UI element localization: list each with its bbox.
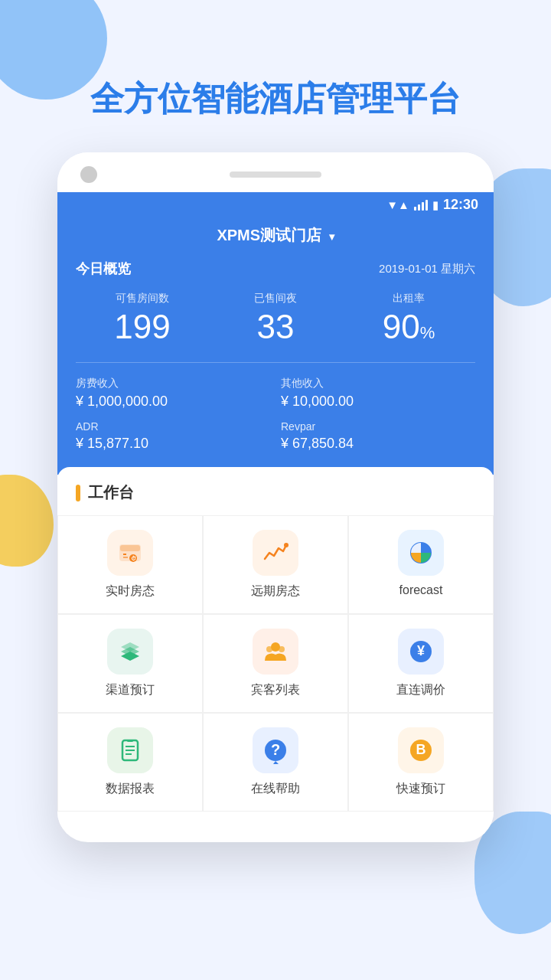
menu-item-channel[interactable]: 渠道预订 xyxy=(57,614,203,713)
report-label: 数据报表 xyxy=(106,781,155,797)
workbench-section: 工作台 ⏱ 实时房态 xyxy=(57,467,494,827)
status-time: 12:30 xyxy=(443,197,478,213)
financial-other-revenue: 其他收入 ¥ 10,000.00 xyxy=(281,377,475,410)
stats-divider xyxy=(76,362,475,363)
channel-icon xyxy=(116,638,144,665)
menu-item-longterm[interactable]: 远期房态 xyxy=(203,515,348,614)
forecast-icon xyxy=(407,539,435,567)
forecast-label: forecast xyxy=(399,583,443,597)
room-revenue-label: 房费收入 xyxy=(76,377,270,390)
longterm-label: 远期房态 xyxy=(251,583,300,599)
guest-icon xyxy=(262,638,289,665)
stat-sold-rooms-label: 已售间夜 xyxy=(209,292,342,305)
booking-label: 快速预订 xyxy=(396,781,445,797)
signal-icon xyxy=(414,200,428,211)
status-icons: ▼▲ ▮ 12:30 xyxy=(386,197,478,213)
price-icon-bg: ¥ xyxy=(398,629,444,675)
overview-title: 今日概览 xyxy=(76,260,131,278)
menu-item-forecast[interactable]: forecast xyxy=(348,515,494,614)
booking-icon: B xyxy=(407,737,435,764)
workbench-title: 工作台 xyxy=(88,482,134,503)
menu-item-booking[interactable]: B 快速预订 xyxy=(348,713,494,812)
other-revenue-label: 其他收入 xyxy=(281,377,475,390)
longterm-icon-bg xyxy=(253,530,298,576)
status-bar: ▼▲ ▮ 12:30 xyxy=(57,192,494,217)
svg-text:⏱: ⏱ xyxy=(131,555,136,561)
other-revenue-value: ¥ 10,000.00 xyxy=(281,394,475,410)
stat-occupancy: 出租率 90% xyxy=(342,292,475,344)
realtime-icon-bg: ⏱ xyxy=(107,530,153,576)
report-icon-bg xyxy=(107,727,153,773)
help-icon: ? xyxy=(262,737,289,764)
help-label: 在线帮助 xyxy=(251,781,300,797)
menu-item-realtime[interactable]: ⏱ 实时房态 xyxy=(57,515,203,614)
menu-item-help[interactable]: ? 在线帮助 xyxy=(203,713,348,812)
channel-label: 渠道预订 xyxy=(106,682,155,698)
financial-room-revenue: 房费收入 ¥ 1,000,000.00 xyxy=(76,377,270,410)
svg-point-10 xyxy=(279,646,285,652)
booking-icon-bg: B xyxy=(398,727,444,773)
store-dropdown-icon[interactable]: ▾ xyxy=(329,230,334,243)
financial-grid: 房费收入 ¥ 1,000,000.00 其他收入 ¥ 10,000.00 ADR… xyxy=(76,377,475,452)
menu-item-price[interactable]: ¥ 直连调价 xyxy=(348,614,494,713)
workbench-indicator xyxy=(76,485,80,501)
price-icon: ¥ xyxy=(407,638,435,665)
menu-item-report[interactable]: 数据报表 xyxy=(57,713,203,812)
room-revenue-value: ¥ 1,000,000.00 xyxy=(76,394,270,410)
bg-decoration-bottom-left xyxy=(0,475,54,567)
help-icon-bg: ? xyxy=(253,727,298,773)
stat-available-rooms: 可售房间数 199 xyxy=(76,292,209,344)
stat-available-rooms-value: 199 xyxy=(76,310,209,344)
phone-top-bar xyxy=(57,152,494,192)
stat-sold-rooms: 已售间夜 33 xyxy=(209,292,342,344)
forecast-icon-bg xyxy=(398,530,444,576)
overview-date: 2019-01-01 星期六 xyxy=(379,262,475,276)
financial-adr: ADR ¥ 15,877.10 xyxy=(76,420,270,452)
price-label: 直连调价 xyxy=(396,682,445,698)
phone-camera xyxy=(80,166,97,183)
revpar-value: ¥ 67,850.84 xyxy=(281,436,475,452)
svg-text:B: B xyxy=(416,742,426,757)
stat-occupancy-value: 90% xyxy=(342,310,475,344)
overview-header: 今日概览 2019-01-01 星期六 xyxy=(76,260,475,278)
realtime-icon: ⏱ xyxy=(116,539,144,567)
svg-point-6 xyxy=(284,543,289,547)
occupancy-unit: % xyxy=(420,323,435,342)
phone-mockup: ▼▲ ▮ 12:30 XPMS测试门店 ▾ 今日概览 2019-01-01 星期… xyxy=(57,152,494,842)
phone-speaker xyxy=(230,172,321,178)
svg-point-9 xyxy=(266,646,272,652)
wifi-icon: ▼▲ xyxy=(386,198,409,211)
guest-icon-bg xyxy=(253,629,298,675)
stats-row: 可售房间数 199 已售间夜 33 出租率 90% xyxy=(76,292,475,344)
app-header: XPMS测试门店 ▾ 今日概览 2019-01-01 星期六 可售房间数 199… xyxy=(57,217,494,475)
battery-icon: ▮ xyxy=(432,198,439,212)
stat-available-rooms-label: 可售房间数 xyxy=(76,292,209,305)
svg-text:¥: ¥ xyxy=(417,643,425,658)
adr-label: ADR xyxy=(76,420,270,433)
channel-icon-bg xyxy=(107,629,153,675)
workbench-header: 工作台 xyxy=(57,482,494,515)
stat-occupancy-label: 出租率 xyxy=(342,292,475,305)
adr-value: ¥ 15,877.10 xyxy=(76,436,270,452)
svg-text:?: ? xyxy=(271,741,280,758)
store-name[interactable]: XPMS测试门店 ▾ xyxy=(76,225,475,246)
financial-revpar: Revpar ¥ 67,850.84 xyxy=(281,420,475,452)
menu-item-guest[interactable]: 宾客列表 xyxy=(203,614,348,713)
longterm-icon xyxy=(262,539,289,567)
svg-rect-1 xyxy=(120,545,140,551)
svg-rect-17 xyxy=(127,740,133,742)
workbench-icon-grid: ⏱ 实时房态 远期房态 xyxy=(57,515,494,812)
revpar-label: Revpar xyxy=(281,420,475,433)
report-icon xyxy=(116,737,144,764)
guest-label: 宾客列表 xyxy=(251,682,300,698)
main-title: 全方位智能酒店管理平台 xyxy=(0,0,551,152)
realtime-label: 实时房态 xyxy=(106,583,155,599)
stat-sold-rooms-value: 33 xyxy=(209,310,342,344)
